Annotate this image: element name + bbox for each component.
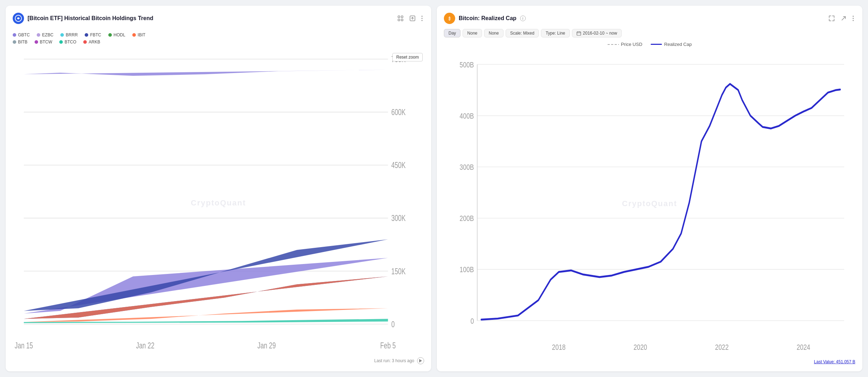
legend-item-fbtc: FBTC <box>85 32 101 37</box>
legend-dot <box>108 33 112 37</box>
right-export-button[interactable] <box>839 14 848 23</box>
svg-point-28 <box>853 18 854 19</box>
legend-label: BITB <box>18 40 28 44</box>
legend-dot <box>85 33 88 37</box>
right-title-group: ₿ Bitcoin: Realized Cap i <box>444 13 526 24</box>
right-panel: ₿ Bitcoin: Realized Cap i DayNoneNoneSca… <box>437 6 862 371</box>
legend-label: GBTC <box>18 32 30 37</box>
left-title-group: [Bitcoin ETF] Historical Bitcoin Holding… <box>13 13 153 24</box>
legend-dot <box>37 33 40 37</box>
left-panel: [Bitcoin ETF] Historical Bitcoin Holding… <box>6 6 431 371</box>
svg-text:400B: 400B <box>460 112 474 120</box>
right-panel-actions <box>827 14 855 23</box>
legend-item-brrr: BRRR <box>60 32 78 37</box>
svg-text:150K: 150K <box>391 267 406 276</box>
legend: GBTCEZBCBRRRFBTCHODLIBITBITBBTCWBTCOARKB <box>13 29 424 48</box>
right-panel-header: ₿ Bitcoin: Realized Cap i <box>444 13 855 24</box>
reset-zoom-button[interactable]: Reset zoom <box>392 53 423 61</box>
legend-realized-cap: Realized Cap <box>651 42 692 47</box>
filter-bar: DayNoneNoneScale: MixedType: Line 2016-0… <box>444 29 855 37</box>
svg-rect-4 <box>401 19 403 21</box>
left-panel-header: [Bitcoin ETF] Historical Bitcoin Holding… <box>13 13 424 24</box>
svg-text:Jan 15: Jan 15 <box>15 341 33 350</box>
legend-item-btco: BTCO <box>59 40 76 44</box>
legend-dot <box>59 40 63 44</box>
bitcoin-logo: ₿ <box>444 13 455 24</box>
legend-label: ARKB <box>89 40 100 44</box>
svg-text:100B: 100B <box>460 265 474 274</box>
legend-item-arkb: ARKB <box>83 40 100 44</box>
legend-label: BTCW <box>40 40 52 44</box>
svg-point-27 <box>853 16 854 17</box>
left-chart-svg: 0150K300K450K600K750KJan 15Jan 22Jan 29F… <box>13 52 424 354</box>
svg-rect-1 <box>398 16 400 18</box>
last-value-text: Last Value: 451.057 B <box>444 359 855 364</box>
legend-price-label: Price USD <box>621 42 643 47</box>
svg-point-7 <box>422 18 423 19</box>
right-expand-button[interactable] <box>827 14 836 23</box>
svg-text:₿: ₿ <box>448 17 451 21</box>
svg-text:2024: 2024 <box>797 343 810 352</box>
cryptoquant-logo <box>13 13 24 24</box>
svg-text:500B: 500B <box>460 60 474 69</box>
left-panel-title: [Bitcoin ETF] Historical Bitcoin Holding… <box>28 15 153 22</box>
last-run-text: Last run: 3 hours ago <box>374 358 414 363</box>
legend-item-ezbc: EZBC <box>37 32 53 37</box>
right-legend: Price USD Realized Cap <box>444 42 855 47</box>
legend-label: HODL <box>114 32 125 37</box>
svg-text:Feb 5: Feb 5 <box>380 341 396 350</box>
more-button[interactable] <box>420 14 424 23</box>
filter-btn-2[interactable]: None <box>484 29 504 37</box>
svg-rect-30 <box>577 32 581 35</box>
legend-label: FBTC <box>90 32 101 37</box>
legend-dot <box>60 33 64 37</box>
filter-btn-0[interactable]: Day <box>444 29 460 37</box>
svg-text:2020: 2020 <box>633 343 647 352</box>
legend-dot <box>83 40 87 44</box>
right-chart-container: CryptoQuant 0100B200B300B400B500B2018202… <box>444 50 855 357</box>
svg-text:450K: 450K <box>391 161 406 170</box>
legend-realized-label: Realized Cap <box>664 42 692 47</box>
legend-price-usd: Price USD <box>608 42 643 47</box>
info-icon[interactable]: i <box>520 16 526 21</box>
legend-dot <box>35 40 38 44</box>
legend-label: IBIT <box>138 32 145 37</box>
svg-text:Jan 22: Jan 22 <box>136 341 155 350</box>
right-more-button[interactable] <box>851 14 855 23</box>
export-button[interactable] <box>408 14 417 23</box>
filter-btn-1[interactable]: None <box>463 29 482 37</box>
svg-text:600K: 600K <box>391 108 406 117</box>
svg-text:2022: 2022 <box>715 343 729 352</box>
legend-label: BRRR <box>66 32 78 37</box>
legend-dot <box>132 33 136 37</box>
svg-text:300B: 300B <box>460 163 474 172</box>
dashboard: [Bitcoin ETF] Historical Bitcoin Holding… <box>6 6 862 371</box>
svg-point-8 <box>422 20 423 21</box>
left-panel-actions <box>396 14 424 23</box>
legend-item-btcw: BTCW <box>35 40 52 44</box>
legend-item-bitb: BITB <box>13 40 28 44</box>
filter-btn-3[interactable]: Scale: Mixed <box>506 29 539 37</box>
svg-text:0: 0 <box>391 319 395 329</box>
svg-rect-2 <box>401 16 403 18</box>
run-button[interactable] <box>417 357 424 364</box>
legend-label: EZBC <box>42 32 53 37</box>
svg-point-6 <box>422 16 423 17</box>
filter-btn-4[interactable]: Type: Line <box>541 29 569 37</box>
legend-item-hodl: HODL <box>108 32 125 37</box>
chart-footer: Last run: 3 hours ago <box>13 357 424 364</box>
date-range-button[interactable]: 2016-02-10 ~ now <box>572 29 622 37</box>
legend-dot <box>13 40 16 44</box>
svg-text:0: 0 <box>470 316 474 325</box>
svg-text:2018: 2018 <box>552 343 566 352</box>
svg-rect-3 <box>398 19 400 21</box>
right-panel-title: Bitcoin: Realized Cap <box>459 15 517 22</box>
legend-item-ibit: IBIT <box>132 32 145 37</box>
svg-text:300K: 300K <box>391 214 406 223</box>
solid-line-icon <box>651 44 662 45</box>
expand-button[interactable] <box>396 14 405 23</box>
dashed-line-icon <box>608 44 619 45</box>
right-chart-svg: 0100B200B300B400B500B2018202020222024 <box>444 50 855 357</box>
left-chart-container: Reset zoom CryptoQuant 0150K300K450K600K… <box>13 52 424 354</box>
legend-dot <box>13 33 16 37</box>
